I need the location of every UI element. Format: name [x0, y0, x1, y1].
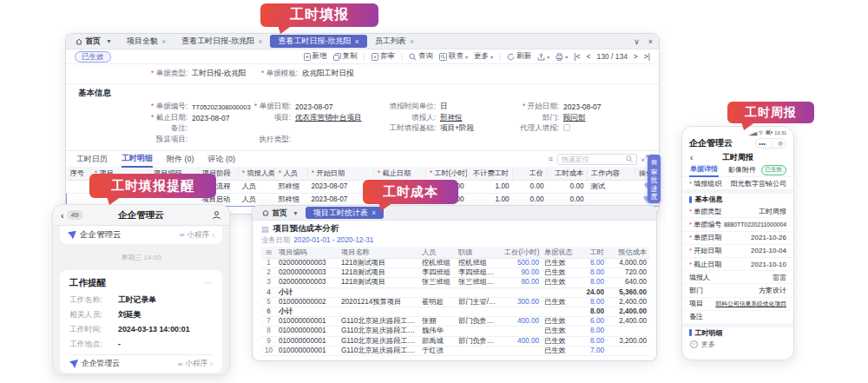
miniprogram-capsule[interactable]: •••◎ — [755, 138, 786, 149]
column-header[interactable]: 项目编码 — [276, 247, 339, 259]
more-button[interactable]: 更多 — [682, 339, 793, 350]
miniprogram-icon: ∞ — [180, 231, 185, 239]
close-icon[interactable]: × — [258, 37, 262, 46]
column-header[interactable]: * 工时(小时) — [426, 167, 468, 180]
prev-page-button[interactable]: < — [586, 52, 590, 61]
phone-status-bar: ▁▃▅ 13:31 — [682, 127, 793, 135]
first-page-button[interactable]: |< — [574, 52, 580, 61]
chevron-right-icon: › — [212, 231, 214, 240]
linked-query-button[interactable]: 联查 ▾ — [439, 51, 468, 62]
column-header[interactable]: 不计费工时 — [468, 167, 513, 180]
work-reminder-card[interactable]: 工作提醒··· 工作名称:工时记录单相关人员:刘延美工作时间:2024-03-1… — [60, 270, 222, 373]
column-header[interactable]: 工作内容 — [588, 167, 635, 180]
stats-tab-bar: 首页 ▼ 项目工时统计表× — [253, 206, 656, 221]
back-icon[interactable]: ‹ — [61, 210, 64, 221]
column-header[interactable]: * 开始日期 — [308, 167, 374, 180]
home-tab[interactable]: 首页 — [259, 208, 291, 219]
callout-timesheet-entry: 工时填报 — [260, 3, 378, 27]
phone-tabs: 单据详情 影像附件 已生效 — [682, 163, 793, 177]
column-header[interactable]: 工时 — [578, 247, 607, 259]
tab-time-calendar[interactable]: 工时日历 — [76, 151, 108, 167]
minimize-icon[interactable]: ∨ — [634, 37, 640, 46]
table-row[interactable]: 7010000000001G110北京延庆路段工程造...张丽部门负责人/...… — [261, 317, 649, 327]
reminder-field: 相关人员:刘延美 — [69, 310, 213, 320]
new-button[interactable]: 新增 — [304, 51, 327, 62]
home-icon — [262, 209, 269, 216]
approval-progress-tab[interactable]: ▤ 审批进度 — [648, 155, 661, 203]
chevron-down-icon[interactable]: ▼ — [106, 38, 112, 44]
column-header[interactable]: 人员 — [419, 247, 456, 259]
unapprove-button[interactable]: 弃审 — [372, 51, 395, 62]
column-header[interactable]: 工时成本 — [548, 167, 588, 180]
column-header[interactable]: 职级 — [456, 247, 502, 259]
form-field: 单据编号8880TT0220211000004 — [682, 218, 793, 231]
table-row[interactable]: 9010000000001G110北京延庆路段工程造...邵禹城部门负责人/..… — [261, 336, 649, 346]
column-header[interactable]: 工价 — [513, 167, 548, 180]
tab-daily-report-2[interactable]: 查看工时日报-欣兆阳× — [270, 35, 366, 48]
close-icon[interactable]: × — [354, 37, 358, 46]
tab-attachments[interactable]: 影像附件 — [728, 165, 756, 175]
column-header[interactable]: 工价(/小时) — [502, 247, 542, 259]
tab-employee-list[interactable]: 员工列表× — [367, 34, 422, 50]
print-button[interactable]: ▾ — [556, 53, 568, 61]
close-window-icon[interactable]: × — [648, 37, 653, 46]
status-badge: 已生效 — [761, 165, 787, 175]
column-header[interactable]: * 填报人类型 — [239, 167, 275, 180]
copy-button[interactable]: 复制 — [333, 51, 358, 62]
close-icon[interactable]: × — [372, 208, 376, 217]
column-header[interactable]: 单据状态 — [542, 247, 578, 259]
tab-doc-detail[interactable]: 单据详情 — [689, 162, 719, 177]
table-row[interactable]: 30200000000031218测试项目张三班组张三班组工价80.00已生效8… — [261, 278, 649, 287]
tab-attachments[interactable]: 附件 (0) — [167, 151, 194, 167]
mini-program-strip[interactable]: 企企管理云 ∞小程序› — [60, 226, 222, 244]
close-icon[interactable]: × — [410, 37, 414, 46]
table-row[interactable]: 501000000000220201214预算项目崔明超部门主管/部...300… — [261, 297, 649, 307]
column-header[interactable]: 项目名称 — [339, 247, 419, 259]
reporter-link[interactable]: 邢祥恒 — [440, 113, 514, 123]
more-dots-icon[interactable]: ··· — [204, 277, 214, 289]
table-row[interactable]: 20200000000031218测试项目李四班组李四班组工价90.00已生效8… — [261, 268, 649, 278]
table-row[interactable]: 4小计24.005,360.00 — [261, 287, 649, 297]
toolbar: 已生效 新增 复制 | 弃审 | 查询 联查 ▾ 更多 ▾ | 刷新 ▾ ▾ |… — [66, 50, 659, 64]
refresh-button[interactable]: 刷新 — [507, 51, 531, 62]
tab-time-detail[interactable]: 工时明细 — [122, 150, 153, 168]
next-page-button[interactable]: > — [634, 52, 638, 61]
close-icon[interactable]: × — [161, 37, 166, 46]
chat-header: ‹ 49 企企管理云 — [53, 205, 229, 226]
export-button[interactable]: ▾ — [537, 53, 549, 61]
table-row[interactable]: 6小计8.002,400.00 — [261, 307, 649, 317]
chevron-down-icon[interactable]: ▼ — [293, 210, 299, 216]
org-field: 填报组织 阳光数字营销公司 — [682, 177, 793, 190]
main-tab-bar: 首页 ▼ 项目全貌× 查看工时日报-欣兆阳× 查看工时日报-欣兆阳× 员工列表×… — [66, 34, 659, 50]
agent-checkbox[interactable] — [563, 124, 570, 131]
column-header[interactable]: * 截止日期 — [374, 167, 426, 180]
column-header[interactable]: * 人员 — [275, 167, 308, 180]
column-header[interactable]: 预估成本 — [607, 247, 649, 259]
dept-link[interactable]: 顾问部 — [563, 113, 586, 123]
reminder-field: 工作地点:- — [69, 340, 213, 350]
qiqi-logo-icon — [68, 231, 76, 240]
battery-icon — [766, 130, 773, 135]
tab-stats[interactable]: 项目工时统计表× — [306, 207, 384, 219]
tab-comments[interactable]: 评论 (0) — [208, 151, 236, 167]
form-field: 单据日期2021-10-26 — [682, 232, 793, 245]
table-row[interactable]: 10200000000031218测试项目挖机班组挖机班组500.00已生效8.… — [261, 259, 649, 268]
form-field: 开始日期2021-10-04 — [682, 245, 793, 258]
more-button[interactable]: 更多 ▾ — [474, 51, 493, 62]
project-link[interactable]: 优衣库营销中台项目 — [295, 113, 382, 123]
query-button[interactable]: 查询 — [409, 51, 433, 62]
table-row[interactable]: 8010000000001G110北京延庆路段工程造...魏伟华已生效8.00 — [261, 327, 649, 336]
column-header[interactable]: 序号 — [67, 167, 91, 180]
home-tab[interactable]: 首页 — [72, 36, 104, 47]
refresh-icon — [507, 53, 515, 61]
expand-all-icon[interactable]: ⊞ — [261, 247, 276, 259]
contact-icon[interactable] — [212, 210, 221, 220]
form-field: 部门方案设计 — [682, 284, 793, 297]
project-link[interactable]: 阳科公司信息系统优化项目 — [715, 300, 786, 308]
table-row[interactable]: 10010000000001G110北京延庆路段工程造...于红强已生效7.00 — [261, 346, 649, 355]
tab-daily-report-1[interactable]: 查看工时日报-欣兆阳× — [174, 34, 270, 50]
column-settings-icon[interactable]: ≡ — [549, 155, 553, 163]
last-page-button[interactable]: >| — [644, 52, 650, 61]
quick-search-input[interactable]: 快速定位 — [557, 154, 637, 165]
tab-project-overview[interactable]: 项目全貌× — [119, 34, 174, 50]
